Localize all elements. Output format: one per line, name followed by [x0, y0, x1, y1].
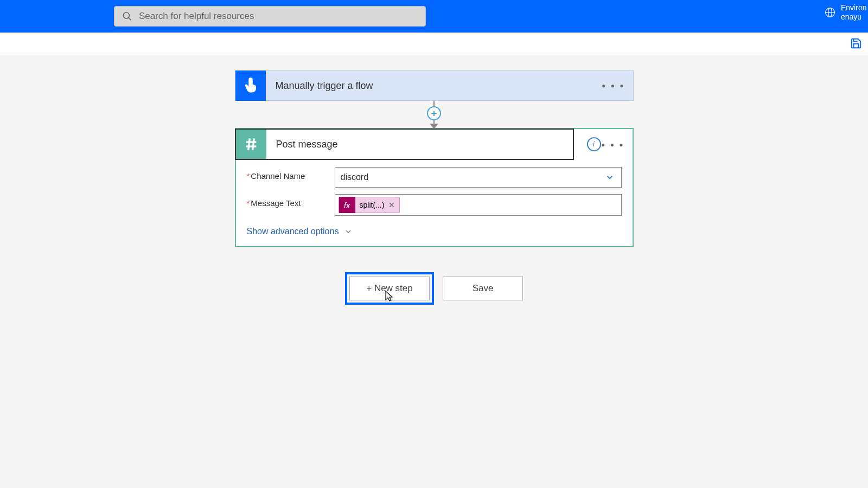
- save-button[interactable]: Save: [443, 277, 523, 300]
- trigger-icon-box: [235, 70, 266, 101]
- svg-line-1: [129, 17, 131, 20]
- action-more-button[interactable]: ● ● ●: [601, 141, 624, 149]
- show-advanced-toggle[interactable]: Show advanced options: [247, 227, 353, 236]
- action-card: Post message i ● ● ● *Channel Name disco…: [235, 128, 634, 247]
- chevron-down-icon: [605, 172, 615, 182]
- top-bar: Environ enayu: [0, 0, 868, 33]
- trigger-card[interactable]: Manually trigger a flow ● ● ●: [235, 70, 634, 101]
- channel-field-row: *Channel Name discord: [247, 167, 622, 188]
- button-row: + New step Save: [0, 272, 868, 305]
- channel-dropdown[interactable]: discord: [335, 167, 622, 188]
- save-icon: [850, 37, 862, 49]
- new-step-button[interactable]: + New step: [349, 277, 430, 300]
- new-step-highlight: + New step: [345, 272, 434, 305]
- search-icon: [122, 11, 132, 22]
- message-field-row: *Message Text fx split(...) ✕: [247, 194, 622, 216]
- action-title: Post message: [266, 139, 338, 150]
- search-box[interactable]: [114, 6, 426, 27]
- action-body: *Channel Name discord *Message Text fx s…: [236, 160, 633, 246]
- message-label: *Message Text: [247, 194, 335, 208]
- flow-canvas: Manually trigger a flow ● ● ● + Post mes…: [0, 54, 868, 305]
- insert-step-button[interactable]: +: [427, 106, 441, 120]
- channel-label: *Channel Name: [247, 167, 335, 181]
- trigger-title: Manually trigger a flow: [266, 80, 373, 92]
- env-value: enayu: [841, 12, 866, 22]
- channel-value: discord: [341, 172, 369, 182]
- svg-point-0: [123, 12, 129, 18]
- sub-bar: [0, 33, 868, 54]
- trigger-more-button[interactable]: ● ● ●: [602, 82, 625, 89]
- search-input[interactable]: [139, 11, 418, 22]
- action-header[interactable]: Post message i ● ● ●: [236, 129, 633, 160]
- connector: +: [235, 101, 634, 128]
- save-icon-button[interactable]: [850, 37, 863, 50]
- hash-icon: [242, 136, 260, 153]
- environment-picker[interactable]: Environ enayu: [825, 3, 868, 22]
- action-icon-box: [236, 130, 266, 159]
- svg-line-7: [248, 138, 250, 150]
- info-button[interactable]: i: [587, 137, 601, 151]
- env-label: Environ: [841, 3, 866, 12]
- cursor-icon: [384, 290, 395, 303]
- remove-token-button[interactable]: ✕: [388, 201, 395, 209]
- fx-icon: fx: [339, 197, 355, 213]
- touch-icon: [242, 78, 259, 94]
- chevron-down-icon: [344, 227, 353, 236]
- message-text-input[interactable]: fx split(...) ✕: [335, 194, 622, 216]
- expression-token[interactable]: fx split(...) ✕: [339, 197, 400, 213]
- svg-line-8: [252, 138, 254, 150]
- globe-icon: [825, 7, 835, 18]
- token-text: split(...): [360, 201, 385, 209]
